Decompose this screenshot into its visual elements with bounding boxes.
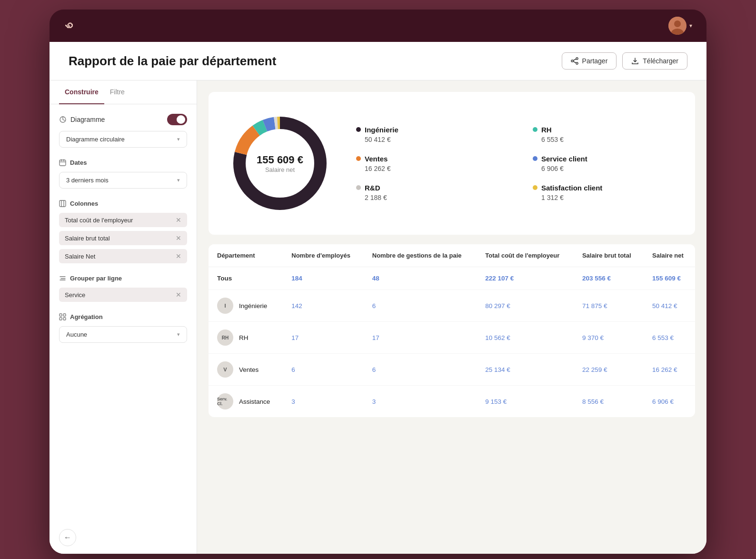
col-gross: Salaire brut total: [574, 244, 644, 267]
header-bar: Rapport de la paie par département Parta…: [50, 42, 706, 80]
legend-dot-ingenierie: [356, 127, 361, 132]
content-area: Construire Filtre Diagramme: [50, 80, 706, 554]
dept-avatar-rh: RH: [217, 329, 233, 346]
svg-rect-20: [60, 318, 62, 320]
section-agregation: Agrégation Aucune ▾: [59, 313, 187, 343]
donut-center: 155 609 € Salaire net: [257, 154, 303, 173]
svg-line-6: [573, 59, 576, 60]
chart-icon: [59, 116, 67, 123]
download-button[interactable]: Télécharger: [622, 52, 687, 70]
svg-rect-12: [60, 200, 66, 207]
tag-item: Salaire Net ✕: [59, 249, 187, 263]
col-employees: Nombre d'employés: [283, 244, 364, 267]
dept-cell: I Ingénierie: [217, 298, 274, 314]
svg-rect-8: [60, 160, 66, 166]
tag-remove-button[interactable]: ✕: [176, 291, 181, 299]
table-row-tous: Tous 184 48 222 107 € 203 556 € 155 609 …: [209, 267, 695, 290]
device-frame: ꩜ ▾ Rapport de la paie par département: [50, 10, 706, 554]
legend-dot-satisfaction: [533, 185, 537, 190]
tag-remove-button[interactable]: ✕: [176, 252, 181, 260]
diagramme-toggle-row: Diagramme: [59, 114, 187, 125]
share-button[interactable]: Partager: [562, 52, 617, 70]
dept-cell: Serv. Cl. Assistance: [217, 393, 274, 409]
donut-label: Salaire net: [257, 166, 303, 173]
dates-label: Dates: [59, 159, 187, 166]
colonnes-tags: Total coût de l'employeur ✕ Salaire brut…: [59, 213, 187, 263]
chevron-icon: ▾: [177, 331, 180, 338]
section-grouper: Grouper par ligne Service ✕: [59, 275, 187, 302]
chart-card: 155 609 € Salaire net Ingénierie 50 412 …: [209, 92, 695, 235]
legend-dot-rd: [356, 185, 361, 190]
sidebar-tabs: Construire Filtre: [50, 80, 197, 104]
dept-avatar-i: I: [217, 298, 233, 314]
svg-line-7: [573, 61, 576, 63]
legend-item-ingenierie: Ingénierie 50 412 €: [356, 126, 504, 143]
main-content: Rapport de la paie par département Parta…: [50, 42, 706, 554]
svg-point-5: [571, 60, 573, 62]
legend-dot-ventes: [356, 156, 361, 161]
top-bar: ꩜ ▾: [50, 10, 706, 42]
calendar-icon: [59, 159, 66, 166]
section-colonnes: Colonnes Total coût de l'employeur ✕ Sal…: [59, 200, 187, 263]
chevron-down-icon: ▾: [689, 22, 692, 29]
tag-remove-button[interactable]: ✕: [176, 216, 181, 224]
dept-cell: V Ventes: [217, 361, 274, 378]
table-row-assistance: Serv. Cl. Assistance 3 3 9 153 € 8 556 €…: [209, 386, 695, 418]
legend-dot-rh: [533, 127, 537, 132]
svg-rect-21: [63, 318, 66, 320]
legend-item-satisfaction: Satisfaction client 1 312 €: [533, 184, 681, 201]
diagramme-toggle[interactable]: [167, 114, 187, 125]
donut-chart: 155 609 € Salaire net: [223, 106, 337, 220]
tag-remove-button[interactable]: ✕: [176, 234, 181, 242]
dept-avatar-v: V: [217, 361, 233, 378]
tag-item: Total coût de l'employeur ✕: [59, 213, 187, 227]
svg-rect-18: [60, 314, 62, 316]
legend-item-ventes: Ventes 16 262 €: [356, 155, 504, 172]
chart-legend: Ingénierie 50 412 € RH 6 553 €: [356, 126, 681, 201]
table-row-rh: RH RH 17 17 10 562 € 9 370 € 6 553 €: [209, 322, 695, 354]
avatar: [668, 17, 686, 35]
main-panel: 155 609 € Salaire net Ingénierie 50 412 …: [197, 80, 706, 554]
header-actions: Partager Télécharger: [562, 52, 687, 70]
dept-avatar-serv: Serv. Cl.: [217, 393, 233, 409]
chevron-icon: ▾: [177, 177, 180, 183]
svg-rect-19: [63, 314, 66, 316]
app-logo: ꩜: [64, 19, 76, 32]
user-menu[interactable]: ▾: [668, 17, 692, 35]
tab-filtre[interactable]: Filtre: [104, 80, 130, 104]
table-row-ingenierie: I Ingénierie 142 6 80 297 € 71 875 € 50 …: [209, 290, 695, 322]
tab-construire[interactable]: Construire: [59, 80, 104, 104]
grouper-tag: Service ✕: [59, 288, 187, 302]
col-payrolls: Nombre de gestions de la paie: [364, 244, 477, 267]
legend-item-rh: RH 6 553 €: [533, 126, 681, 143]
diagramme-type-select[interactable]: Diagramme circulaire ▾: [59, 131, 187, 148]
agregation-select[interactable]: Aucune ▾: [59, 326, 187, 343]
sidebar-body: Diagramme Diagramme circulaire ▾: [50, 104, 197, 521]
diagramme-label: Diagramme: [59, 116, 105, 123]
share-icon: [571, 57, 578, 65]
col-departement: Département: [209, 244, 283, 267]
sidebar: Construire Filtre Diagramme: [50, 80, 197, 554]
grouper-label: Grouper par ligne: [59, 275, 187, 282]
table-row-ventes: V Ventes 6 6 25 134 € 22 259 € 16 262 €: [209, 354, 695, 386]
agregation-label: Agrégation: [59, 313, 187, 320]
legend-item-rd: R&D 2 188 €: [356, 184, 504, 201]
svg-point-1: [674, 20, 681, 27]
donut-amount: 155 609 €: [257, 154, 303, 166]
col-total-cost: Total coût de l'employeur: [477, 244, 574, 267]
tag-item: Salaire brut total ✕: [59, 231, 187, 245]
group-icon: [59, 275, 66, 282]
section-diagramme: Diagramme Diagramme circulaire ▾: [59, 114, 187, 148]
back-button[interactable]: ←: [59, 529, 76, 546]
aggregation-icon: [59, 313, 66, 320]
page-title: Rapport de la paie par département: [69, 54, 276, 69]
section-dates: Dates 3 derniers mois ▾: [59, 159, 187, 189]
svg-point-4: [576, 62, 578, 64]
col-net: Salaire net: [644, 244, 695, 267]
chevron-icon: ▾: [177, 136, 180, 142]
dates-select[interactable]: 3 derniers mois ▾: [59, 172, 187, 189]
columns-icon: [59, 200, 66, 207]
legend-item-service-client: Service client 6 906 €: [533, 155, 681, 172]
svg-point-3: [576, 58, 578, 60]
dept-cell: RH RH: [217, 329, 274, 346]
